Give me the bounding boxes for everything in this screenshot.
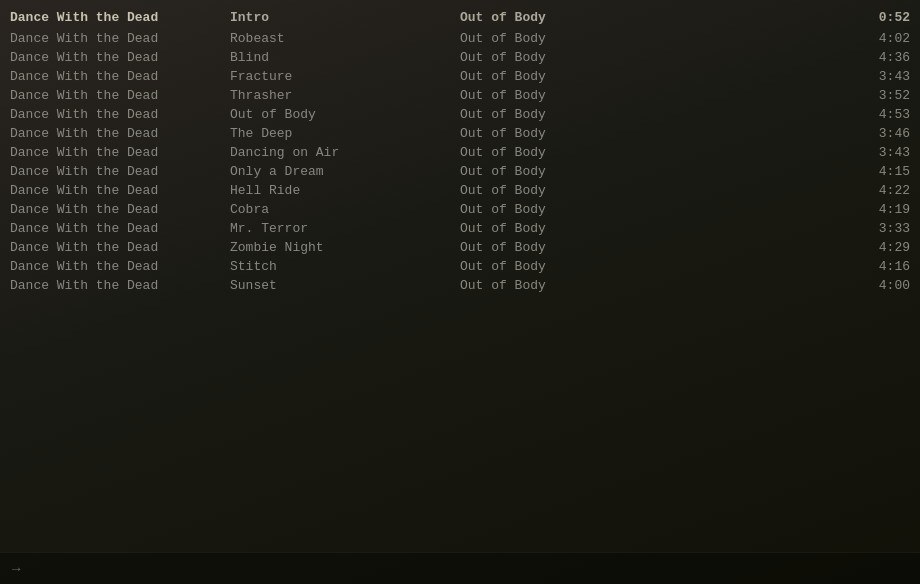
track-row[interactable]: Dance With the DeadCobraOut of Body4:19 (0, 200, 920, 219)
header-artist: Dance With the Dead (10, 10, 230, 25)
track-artist: Dance With the Dead (10, 278, 230, 293)
track-title: Out of Body (230, 107, 460, 122)
track-duration: 4:19 (850, 202, 910, 217)
track-row[interactable]: Dance With the DeadSunsetOut of Body4:00 (0, 276, 920, 295)
track-title: Hell Ride (230, 183, 460, 198)
track-duration: 4:00 (850, 278, 910, 293)
track-album: Out of Body (460, 278, 850, 293)
track-row[interactable]: Dance With the DeadZombie NightOut of Bo… (0, 238, 920, 257)
track-title: Only a Dream (230, 164, 460, 179)
track-artist: Dance With the Dead (10, 164, 230, 179)
track-row[interactable]: Dance With the DeadThe DeepOut of Body3:… (0, 124, 920, 143)
track-row[interactable]: Dance With the DeadOnly a DreamOut of Bo… (0, 162, 920, 181)
track-title: The Deep (230, 126, 460, 141)
header-duration: 0:52 (850, 10, 910, 25)
track-list: Dance With the Dead Intro Out of Body 0:… (0, 0, 920, 303)
track-artist: Dance With the Dead (10, 88, 230, 103)
track-album: Out of Body (460, 202, 850, 217)
header-album: Out of Body (460, 10, 850, 25)
track-title: Fracture (230, 69, 460, 84)
bottom-bar: → (0, 552, 920, 584)
track-duration: 3:43 (850, 145, 910, 160)
track-album: Out of Body (460, 31, 850, 46)
track-album: Out of Body (460, 50, 850, 65)
track-row[interactable]: Dance With the DeadThrasherOut of Body3:… (0, 86, 920, 105)
track-duration: 4:16 (850, 259, 910, 274)
track-duration: 4:36 (850, 50, 910, 65)
track-title: Stitch (230, 259, 460, 274)
track-album: Out of Body (460, 126, 850, 141)
track-row[interactable]: Dance With the DeadFractureOut of Body3:… (0, 67, 920, 86)
track-duration: 3:43 (850, 69, 910, 84)
track-row[interactable]: Dance With the DeadDancing on AirOut of … (0, 143, 920, 162)
track-duration: 4:22 (850, 183, 910, 198)
track-artist: Dance With the Dead (10, 69, 230, 84)
track-album: Out of Body (460, 107, 850, 122)
track-duration: 4:53 (850, 107, 910, 122)
track-row[interactable]: Dance With the DeadStitchOut of Body4:16 (0, 257, 920, 276)
track-artist: Dance With the Dead (10, 202, 230, 217)
track-album: Out of Body (460, 164, 850, 179)
track-duration: 3:52 (850, 88, 910, 103)
track-album: Out of Body (460, 240, 850, 255)
track-duration: 4:29 (850, 240, 910, 255)
track-title: Thrasher (230, 88, 460, 103)
track-title: Cobra (230, 202, 460, 217)
track-list-header: Dance With the Dead Intro Out of Body 0:… (0, 8, 920, 27)
track-album: Out of Body (460, 221, 850, 236)
track-row[interactable]: Dance With the DeadHell RideOut of Body4… (0, 181, 920, 200)
track-row[interactable]: Dance With the DeadRobeastOut of Body4:0… (0, 29, 920, 48)
track-artist: Dance With the Dead (10, 183, 230, 198)
track-duration: 3:46 (850, 126, 910, 141)
track-artist: Dance With the Dead (10, 50, 230, 65)
arrow-icon: → (12, 561, 20, 577)
track-row[interactable]: Dance With the DeadBlindOut of Body4:36 (0, 48, 920, 67)
track-duration: 4:15 (850, 164, 910, 179)
track-artist: Dance With the Dead (10, 259, 230, 274)
track-artist: Dance With the Dead (10, 126, 230, 141)
track-title: Blind (230, 50, 460, 65)
track-duration: 4:02 (850, 31, 910, 46)
track-title: Robeast (230, 31, 460, 46)
track-title: Mr. Terror (230, 221, 460, 236)
track-artist: Dance With the Dead (10, 221, 230, 236)
track-artist: Dance With the Dead (10, 31, 230, 46)
header-title: Intro (230, 10, 460, 25)
track-artist: Dance With the Dead (10, 107, 230, 122)
track-row[interactable]: Dance With the DeadMr. TerrorOut of Body… (0, 219, 920, 238)
track-album: Out of Body (460, 88, 850, 103)
track-row[interactable]: Dance With the DeadOut of BodyOut of Bod… (0, 105, 920, 124)
track-album: Out of Body (460, 183, 850, 198)
track-artist: Dance With the Dead (10, 145, 230, 160)
track-title: Sunset (230, 278, 460, 293)
track-album: Out of Body (460, 145, 850, 160)
track-duration: 3:33 (850, 221, 910, 236)
track-artist: Dance With the Dead (10, 240, 230, 255)
track-album: Out of Body (460, 259, 850, 274)
track-album: Out of Body (460, 69, 850, 84)
track-title: Zombie Night (230, 240, 460, 255)
track-title: Dancing on Air (230, 145, 460, 160)
